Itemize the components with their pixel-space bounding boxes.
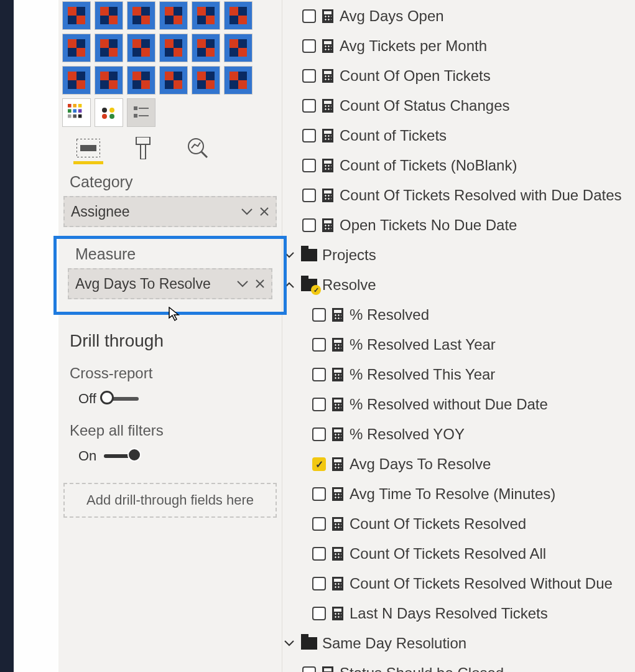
svg-rect-1 xyxy=(73,104,76,108)
checkbox[interactable] xyxy=(312,427,326,441)
field-label: % Resolved This Year xyxy=(350,366,495,383)
custom-visual-icon[interactable] xyxy=(192,34,220,62)
checkbox[interactable] xyxy=(302,99,316,113)
svg-rect-2 xyxy=(78,104,82,108)
tab-format[interactable] xyxy=(128,134,158,164)
table-resolve-header[interactable]: ✓ Resolve xyxy=(282,270,635,300)
field-label: Count Of Tickets Resolved xyxy=(350,515,526,533)
custom-visual-icon[interactable] xyxy=(62,1,91,30)
field-item[interactable]: Count Of Tickets Resolved xyxy=(282,509,635,539)
field-item[interactable]: Count Of Open Tickets xyxy=(282,61,635,91)
folder-check-badge: ✓ xyxy=(311,285,321,295)
checkbox[interactable] xyxy=(312,607,326,620)
list-visual-icon[interactable] xyxy=(127,98,155,127)
chevron-down-icon[interactable] xyxy=(236,276,249,292)
table-projects-header[interactable]: Projects xyxy=(282,240,635,270)
checkbox[interactable] xyxy=(312,338,326,352)
checkbox[interactable] xyxy=(302,189,316,202)
custom-visual-icon[interactable] xyxy=(159,66,188,95)
checkbox[interactable] xyxy=(312,517,326,531)
field-item[interactable]: % Resolved This Year xyxy=(282,360,635,390)
custom-visual-icon[interactable] xyxy=(127,1,155,30)
custom-visual-icon[interactable] xyxy=(192,66,220,95)
custom-visual-icon[interactable] xyxy=(224,66,253,95)
custom-visual-icon[interactable] xyxy=(95,34,123,62)
measure-icon xyxy=(332,607,343,620)
measure-field-name: Avg Days To Resolve xyxy=(75,276,211,292)
field-label: Avg Days To Resolve xyxy=(350,455,491,473)
checkbox[interactable] xyxy=(312,547,326,561)
checkbox[interactable] xyxy=(302,9,316,23)
measure-highlight-box: Measure Avg Days To Resolve xyxy=(53,236,287,315)
svg-rect-15 xyxy=(134,114,137,118)
visual-extra-row xyxy=(58,95,282,131)
checkbox[interactable] xyxy=(302,39,316,53)
field-label: Count Of Tickets Resolved All xyxy=(350,545,546,562)
remove-icon[interactable] xyxy=(259,203,269,220)
field-item[interactable]: % Resolved without Due Date xyxy=(282,390,635,419)
field-item[interactable]: % Resolved xyxy=(282,300,635,330)
field-label: Avg Time To Resolve (Minutes) xyxy=(350,485,555,503)
report-canvas-stub xyxy=(14,0,58,672)
custom-visual-icon[interactable] xyxy=(159,1,188,30)
checkbox-checked[interactable]: ✓ xyxy=(312,457,326,471)
table-label: Same Day Resolution xyxy=(322,635,466,652)
custom-visual-icon[interactable] xyxy=(224,1,253,30)
checkbox[interactable] xyxy=(302,69,316,83)
custom-visual-icon[interactable] xyxy=(224,34,253,62)
tab-analytics[interactable] xyxy=(183,134,213,164)
field-item[interactable]: Count Of Tickets Resolved with Due Dates xyxy=(282,180,635,210)
field-item[interactable]: Avg Tickets per Month xyxy=(282,31,635,61)
field-item[interactable]: Count of Tickets (NoBlank) xyxy=(282,151,635,180)
field-label: Status Should be Closed xyxy=(340,665,504,672)
svg-rect-4 xyxy=(73,109,76,113)
checkbox[interactable] xyxy=(302,666,316,672)
table-sameday-header[interactable]: Same Day Resolution xyxy=(282,628,635,658)
checkbox[interactable] xyxy=(312,487,326,501)
custom-visual-icon[interactable] xyxy=(62,66,91,95)
measure-field-well[interactable]: Avg Days To Resolve xyxy=(68,268,272,299)
field-item[interactable]: % Resolved Last Year xyxy=(282,330,635,360)
field-item[interactable]: Avg Time To Resolve (Minutes) xyxy=(282,479,635,509)
custom-visual-icon[interactable] xyxy=(95,66,123,95)
field-item[interactable]: Count of Tickets xyxy=(282,121,635,151)
category-field-name: Assignee xyxy=(71,203,130,220)
remove-icon[interactable] xyxy=(255,276,265,292)
checkbox[interactable] xyxy=(312,577,326,590)
tab-fields[interactable] xyxy=(73,134,103,164)
checkbox[interactable] xyxy=(312,368,326,381)
custom-visual-icon[interactable] xyxy=(95,1,123,30)
field-item[interactable]: % Resolved YOY xyxy=(282,419,635,449)
field-item[interactable]: Status Should be Closed xyxy=(282,658,635,672)
checkbox[interactable] xyxy=(302,129,316,142)
table-label: Projects xyxy=(322,246,376,264)
custom-visual-icon[interactable] xyxy=(127,34,155,62)
measure-icon xyxy=(332,547,343,561)
measure-icon xyxy=(322,99,333,113)
field-item[interactable]: Count Of Tickets Resolved Without Due xyxy=(282,569,635,599)
field-item[interactable]: ✓Avg Days To Resolve xyxy=(282,449,635,479)
cross-report-toggle[interactable]: Off xyxy=(70,391,271,407)
category-field-well[interactable]: Assignee xyxy=(63,196,277,227)
palette-visual-icon[interactable] xyxy=(62,98,91,127)
field-label: Count Of Tickets Resolved Without Due xyxy=(350,575,613,592)
dots-visual-icon[interactable] xyxy=(95,98,123,127)
field-item[interactable]: Open Tickets No Due Date xyxy=(282,210,635,240)
custom-visual-icon[interactable] xyxy=(62,34,91,62)
visualizations-panel: Category Assignee Measure Avg Days To Re… xyxy=(58,0,282,672)
checkbox[interactable] xyxy=(312,308,326,322)
chevron-down-icon[interactable] xyxy=(241,203,253,220)
checkbox[interactable] xyxy=(312,398,326,411)
keep-all-filters-toggle[interactable]: On xyxy=(70,448,271,464)
drill-through-placeholder[interactable]: Add drill-through fields here xyxy=(63,483,277,518)
field-item[interactable]: Count Of Status Changes xyxy=(282,91,635,121)
field-item[interactable]: Avg Days Open xyxy=(282,1,635,31)
checkbox[interactable] xyxy=(302,159,316,172)
custom-visual-icon[interactable] xyxy=(159,34,188,62)
custom-visual-icon[interactable] xyxy=(127,66,155,95)
custom-visual-icon[interactable] xyxy=(192,1,220,30)
checkbox[interactable] xyxy=(302,218,316,232)
field-item[interactable]: Last N Days Resolved Tickets xyxy=(282,599,635,628)
folder-icon xyxy=(301,637,317,650)
field-item[interactable]: Count Of Tickets Resolved All xyxy=(282,539,635,569)
